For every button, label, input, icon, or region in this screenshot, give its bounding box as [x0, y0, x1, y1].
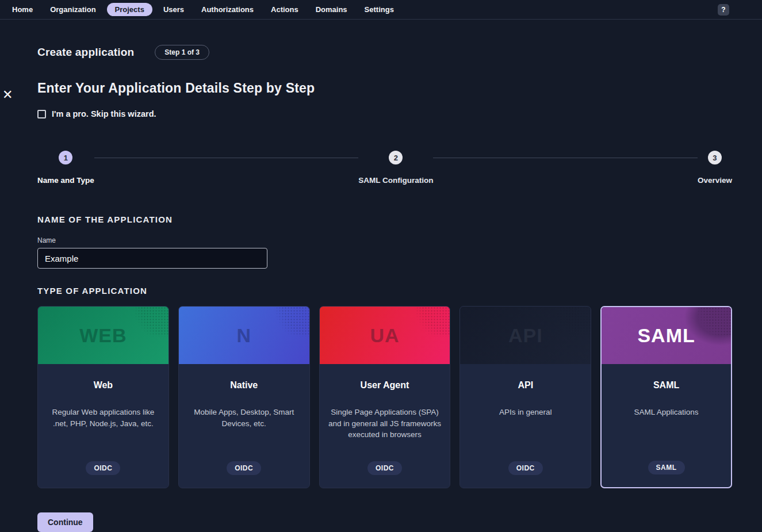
web-card-art: WEB: [38, 307, 169, 364]
user-agent-card-art: UA: [320, 307, 450, 364]
stepper-connector: [94, 158, 358, 158]
top-nav: Home Organization Projects Users Authori…: [0, 0, 762, 20]
nav-item-domains[interactable]: Domains: [309, 3, 354, 16]
step-label-2: SAML Configuration: [358, 176, 433, 185]
card-title: User Agent: [361, 380, 409, 391]
stepper-step-overview[interactable]: 3 Overview: [698, 151, 732, 185]
nav-item-home[interactable]: Home: [6, 3, 39, 16]
card-title: Native: [230, 380, 258, 391]
card-title: SAML: [653, 380, 679, 391]
type-section-heading: TYPE OF APPLICATION: [37, 286, 732, 296]
card-description: APIs in general: [499, 407, 552, 418]
card-description: Single Page Applications (SPA) and in ge…: [328, 407, 442, 441]
card-title: API: [518, 380, 533, 391]
card-description: SAML Applications: [634, 407, 699, 418]
wizard-heading: Enter Your Application Details Step by S…: [37, 81, 732, 96]
card-description: Mobile Apps, Desktop, Smart Devices, etc…: [187, 407, 301, 429]
help-icon[interactable]: ?: [718, 4, 729, 16]
stepper-step-saml-configuration[interactable]: 2 SAML Configuration: [358, 151, 433, 185]
protocol-badge: OIDC: [367, 461, 402, 475]
step-badge: Step 1 of 3: [155, 45, 209, 60]
name-field-label: Name: [37, 236, 732, 244]
nav-item-actions[interactable]: Actions: [265, 3, 305, 16]
native-card-art: N: [179, 307, 309, 364]
page-header: Create application Step 1 of 3: [37, 45, 732, 60]
nav-item-settings[interactable]: Settings: [358, 3, 400, 16]
card-title: Web: [94, 380, 113, 391]
name-input[interactable]: [37, 248, 267, 269]
app-type-card-user-agent[interactable]: UA User Agent Single Page Applications (…: [319, 306, 451, 488]
app-type-card-native[interactable]: N Native Mobile Apps, Desktop, Smart Dev…: [178, 306, 310, 488]
protocol-badge: SAML: [648, 461, 685, 474]
nav-item-users[interactable]: Users: [157, 3, 190, 16]
protocol-badge: OIDC: [508, 461, 543, 475]
continue-button[interactable]: Continue: [37, 512, 93, 532]
protocol-badge: OIDC: [227, 461, 261, 475]
step-label-1: Name and Type: [37, 176, 94, 185]
saml-card-art: SAML: [602, 307, 731, 364]
skip-wizard-label: I'm a pro. Skip this wizard.: [52, 109, 156, 118]
application-type-cards: WEB Web Regular Web applications like .n…: [37, 306, 732, 488]
step-circle-3: 3: [708, 151, 722, 164]
step-label-3: Overview: [698, 176, 732, 185]
card-description: Regular Web applications like .net, PHP,…: [46, 407, 160, 429]
close-icon[interactable]: ✕: [2, 89, 13, 101]
app-type-card-web[interactable]: WEB Web Regular Web applications like .n…: [37, 306, 169, 488]
page-title: Create application: [37, 46, 134, 59]
name-section-heading: NAME OF THE APPLICATION: [37, 215, 732, 224]
stepper-connector: [433, 158, 697, 158]
nav-item-authorizations[interactable]: Authorizations: [195, 3, 260, 16]
app-type-card-api[interactable]: API API APIs in general OIDC: [460, 306, 591, 488]
api-card-art: API: [460, 307, 591, 364]
protocol-badge: OIDC: [86, 461, 120, 475]
nav-item-organization[interactable]: Organization: [44, 3, 102, 16]
create-application-page: ✕ Create application Step 1 of 3 Enter Y…: [0, 45, 762, 532]
step-circle-2: 2: [389, 151, 403, 164]
app-type-card-saml[interactable]: SAML SAML SAML Applications SAML: [600, 306, 732, 488]
wizard-stepper: 1 Name and Type 2 SAML Configuration 3 O…: [37, 151, 732, 185]
stepper-step-name-and-type[interactable]: 1 Name and Type: [37, 151, 94, 185]
skip-wizard-checkbox-row[interactable]: I'm a pro. Skip this wizard.: [37, 109, 732, 118]
step-circle-1: 1: [59, 151, 72, 164]
skip-wizard-checkbox[interactable]: [37, 110, 46, 118]
nav-item-projects[interactable]: Projects: [107, 3, 152, 16]
